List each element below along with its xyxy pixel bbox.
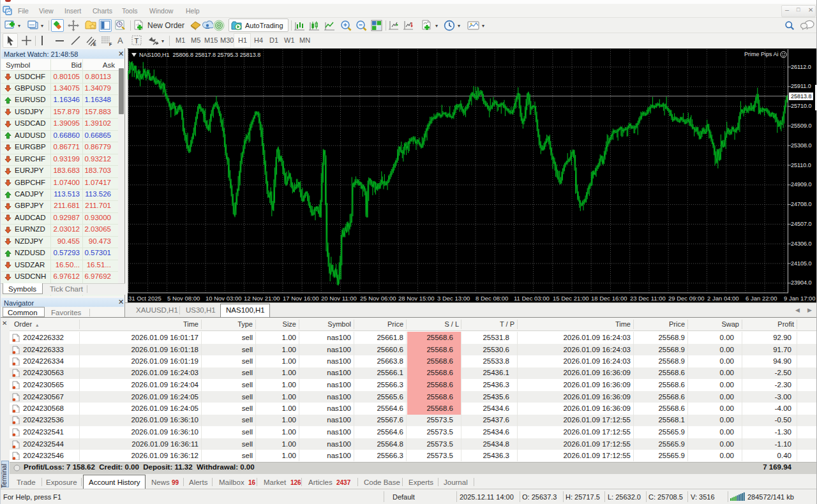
- svg-text:F: F: [109, 42, 112, 47]
- svg-text:E: E: [93, 42, 96, 47]
- svg-text:T: T: [135, 37, 139, 45]
